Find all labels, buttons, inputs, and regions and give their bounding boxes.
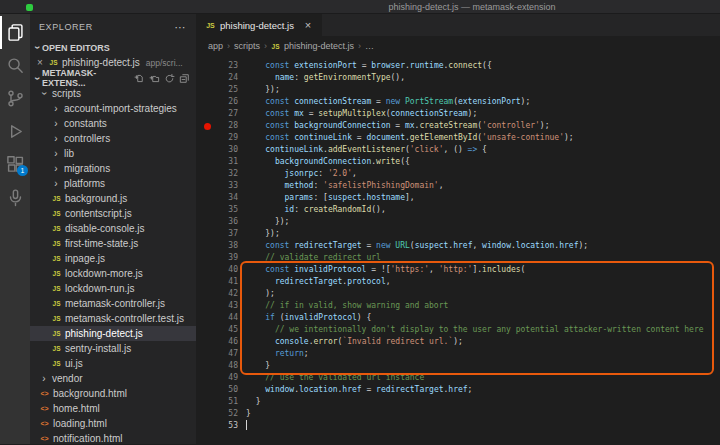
line-number[interactable]: 44: [212, 312, 238, 324]
file-metamask-controller.test.js[interactable]: JSmetamask-controller.test.js: [30, 311, 196, 326]
file-loading.html[interactable]: <>loading.html: [30, 416, 196, 431]
gutter-glyph-margin[interactable]: [196, 96, 212, 108]
code-line-25[interactable]: 25 });: [196, 84, 720, 96]
file-notification.html[interactable]: <>notification.html: [30, 431, 196, 444]
line-number[interactable]: 33: [212, 180, 238, 192]
line-number[interactable]: 29: [212, 132, 238, 144]
line-number[interactable]: 51: [212, 396, 238, 408]
line-number[interactable]: 41: [212, 276, 238, 288]
gutter-glyph-margin[interactable]: [196, 216, 212, 228]
code-line-23[interactable]: 23 const extensionPort = browser.runtime…: [196, 60, 720, 72]
folder-lib[interactable]: ›lib: [30, 146, 196, 161]
line-number[interactable]: 45: [212, 324, 238, 336]
code-editor[interactable]: 23 const extensionPort = browser.runtime…: [196, 56, 720, 444]
line-number[interactable]: 24: [212, 72, 238, 84]
code-line-37[interactable]: 37 });: [196, 228, 720, 240]
gutter-glyph-margin[interactable]: [196, 132, 212, 144]
breadcrumb-item-phishing-detect.js[interactable]: phishing-detect.js: [284, 41, 354, 51]
gutter-glyph-margin[interactable]: [196, 120, 212, 132]
gutter-glyph-margin[interactable]: [196, 204, 212, 216]
gutter-glyph-margin[interactable]: [196, 300, 212, 312]
code-line-42[interactable]: 42 );: [196, 288, 720, 300]
breadcrumb-item-app[interactable]: app: [208, 41, 223, 51]
code-line-44[interactable]: 44 if (invalidProtocol) {: [196, 312, 720, 324]
activity-audio[interactable]: [0, 181, 30, 214]
gutter-glyph-margin[interactable]: [196, 288, 212, 300]
activity-source-control[interactable]: [0, 82, 30, 115]
activity-run-debug[interactable]: [0, 115, 30, 148]
gutter-glyph-margin[interactable]: [196, 60, 212, 72]
file-background.html[interactable]: <>background.html: [30, 386, 196, 401]
gutter-glyph-margin[interactable]: [196, 264, 212, 276]
folder-constants[interactable]: ›constants: [30, 116, 196, 131]
code-line-51[interactable]: 51 }: [196, 396, 720, 408]
line-number[interactable]: 39: [212, 252, 238, 264]
gutter-glyph-margin[interactable]: [196, 276, 212, 288]
gutter-glyph-margin[interactable]: [196, 72, 212, 84]
line-number[interactable]: 42: [212, 288, 238, 300]
line-number[interactable]: 52: [212, 408, 238, 420]
workspace-header[interactable]: › METAMASK-EXTENS...: [30, 70, 196, 86]
gutter-glyph-margin[interactable]: [196, 396, 212, 408]
code-line-52[interactable]: 52}: [196, 408, 720, 420]
line-number[interactable]: 26: [212, 96, 238, 108]
gutter-glyph-margin[interactable]: [196, 240, 212, 252]
breadcrumb-item-scripts[interactable]: scripts: [234, 41, 260, 51]
file-contentscript.js[interactable]: JScontentscript.js: [30, 206, 196, 221]
file-home.html[interactable]: <>home.html: [30, 401, 196, 416]
folder-scripts[interactable]: ›scripts: [30, 86, 196, 101]
line-number[interactable]: 28: [212, 120, 238, 132]
line-number[interactable]: 53: [212, 420, 238, 432]
breadcrumb-item-…[interactable]: …: [365, 41, 374, 51]
gutter-glyph-margin[interactable]: [196, 360, 212, 372]
tab-phishing-detect-js[interactable]: JS phishing-detect.js ×: [196, 14, 322, 36]
folder-vendor[interactable]: ›vendor: [30, 371, 196, 386]
folder-platforms[interactable]: ›platforms: [30, 176, 196, 191]
line-number[interactable]: 27: [212, 108, 238, 120]
gutter-glyph-margin[interactable]: [196, 144, 212, 156]
line-number[interactable]: 48: [212, 360, 238, 372]
folder-account-import-strategies[interactable]: ›account-import-strategies: [30, 101, 196, 116]
gutter-glyph-margin[interactable]: [196, 156, 212, 168]
gutter-glyph-margin[interactable]: [196, 408, 212, 420]
file-background.js[interactable]: JSbackground.js: [30, 191, 196, 206]
file-ui.js[interactable]: JSui.js: [30, 356, 196, 371]
file-metamask-controller.js[interactable]: JSmetamask-controller.js: [30, 296, 196, 311]
code-line-24[interactable]: 24 name: getEnvironmentType(),: [196, 72, 720, 84]
folder-migrations[interactable]: ›migrations: [30, 161, 196, 176]
line-number[interactable]: 23: [212, 60, 238, 72]
code-line-41[interactable]: 41 redirectTarget.protocol,: [196, 276, 720, 288]
gutter-glyph-margin[interactable]: [196, 336, 212, 348]
breakpoint-dot[interactable]: [204, 123, 211, 130]
file-lockdown-more.js[interactable]: JSlockdown-more.js: [30, 266, 196, 281]
gutter-glyph-margin[interactable]: [196, 192, 212, 204]
gutter-glyph-margin[interactable]: [196, 84, 212, 96]
line-number[interactable]: 36: [212, 216, 238, 228]
file-disable-console.js[interactable]: JSdisable-console.js: [30, 221, 196, 236]
line-number[interactable]: 31: [212, 156, 238, 168]
code-line-40[interactable]: 40 const invalidProtocol = !['https:', '…: [196, 264, 720, 276]
open-editors-header[interactable]: › OPEN EDITORS: [30, 40, 196, 55]
code-line-43[interactable]: 43 // if in valid, show warning and abor…: [196, 300, 720, 312]
line-number[interactable]: 37: [212, 228, 238, 240]
code-line-26[interactable]: 26 const connectionStream = new PortStre…: [196, 96, 720, 108]
gutter-glyph-margin[interactable]: [196, 252, 212, 264]
code-line-28[interactable]: 28 const backgroundConnection = mx.creat…: [196, 120, 720, 132]
new-folder-icon[interactable]: [149, 73, 160, 84]
gutter-glyph-margin[interactable]: [196, 312, 212, 324]
new-file-icon[interactable]: [134, 73, 145, 84]
line-number[interactable]: 40: [212, 264, 238, 276]
gutter-glyph-margin[interactable]: [196, 324, 212, 336]
more-actions-icon[interactable]: ⋯: [174, 21, 186, 34]
code-line-39[interactable]: 39 // validate redirect url: [196, 252, 720, 264]
close-icon[interactable]: ×: [35, 57, 45, 68]
code-line-35[interactable]: 35 id: createRandomId(),: [196, 204, 720, 216]
gutter-glyph-margin[interactable]: [196, 384, 212, 396]
line-number[interactable]: 43: [212, 300, 238, 312]
code-line-36[interactable]: 36 });: [196, 216, 720, 228]
file-first-time-state.js[interactable]: JSfirst-time-state.js: [30, 236, 196, 251]
activity-explorer[interactable]: [0, 16, 30, 49]
line-number[interactable]: 38: [212, 240, 238, 252]
line-number[interactable]: 47: [212, 348, 238, 360]
code-line-31[interactable]: 31 backgroundConnection.write({: [196, 156, 720, 168]
